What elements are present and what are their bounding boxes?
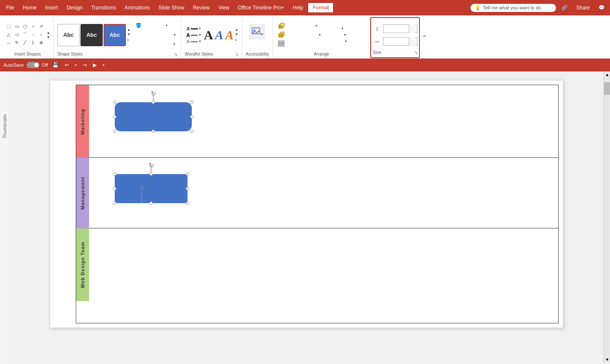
menu-insert[interactable]: Insert — [41, 3, 62, 12]
shape-rarrow-icon[interactable]: → — [30, 31, 36, 38]
shapes-scroll[interactable]: ▲ ▼ — [47, 31, 50, 39]
menu-design[interactable]: Design — [62, 3, 86, 12]
menu-format[interactable]: Format — [307, 2, 334, 13]
height-up[interactable]: ▲ — [409, 24, 415, 29]
handle-tr-1[interactable] — [190, 101, 193, 104]
handle-ml-2[interactable] — [113, 187, 116, 190]
text-fill-btn[interactable]: A ▾ — [184, 26, 202, 32]
wordart-scroll[interactable]: ▲ ▼ ≡ — [235, 28, 238, 42]
send-backward-btn[interactable]: Send Backward ▾ — [276, 31, 322, 39]
shape-circle-icon[interactable]: ○ — [30, 23, 36, 30]
shape-rounded-icon[interactable]: ▢ — [21, 23, 28, 30]
handle-bc-2[interactable] — [149, 201, 153, 205]
scrollbar-right[interactable]: ▲ ▼ — [604, 71, 610, 363]
wordart-sample-2[interactable]: A — [215, 28, 223, 42]
send-backward-arrow[interactable]: ▾ — [319, 33, 321, 37]
handle-br-2[interactable] — [186, 201, 189, 205]
slide-area[interactable]: Marketing ↻ — [9, 71, 604, 363]
shape-styles-expand[interactable]: ↘ — [174, 52, 177, 56]
menu-help[interactable]: Help — [289, 3, 308, 12]
scroll-up-btn[interactable]: ▲ — [604, 71, 610, 78]
menu-timeline[interactable]: Office Timeline Pro+ — [234, 3, 289, 12]
shape-arc-icon[interactable]: ⌓ — [5, 39, 12, 46]
connector-rotate-handle[interactable]: ↻ — [140, 184, 145, 192]
menu-review[interactable]: Review — [188, 3, 214, 12]
handle-ml-1[interactable] — [113, 115, 116, 118]
redo-btn[interactable]: ↪ — [81, 61, 89, 69]
menu-file[interactable]: File — [2, 3, 18, 12]
present-btn[interactable]: ▶ — [91, 61, 98, 69]
alt-text-btn[interactable]: alt Alt Text — [250, 24, 265, 46]
shape-freeform-icon[interactable]: ✎ — [13, 39, 20, 46]
shape-line-icon[interactable]: ╱ — [21, 39, 28, 46]
shape-curve-icon[interactable]: ⌒ — [21, 31, 28, 38]
height-spinner[interactable]: ▲ ▼ — [409, 24, 415, 33]
text-effects-btn[interactable]: A ▾ — [184, 38, 202, 44]
width-spinner[interactable]: ▲ ▼ — [409, 37, 415, 46]
undo-btn[interactable]: ↩ — [63, 61, 71, 69]
handle-br-1[interactable] — [190, 130, 193, 133]
width-down[interactable]: ▼ — [409, 41, 415, 46]
shape-rect-icon[interactable]: ▭ — [13, 23, 20, 30]
web-content[interactable] — [89, 228, 558, 301]
group-btn[interactable]: ⊞ Group ▾ — [324, 32, 366, 38]
shape-darrow-icon[interactable]: ↓ — [38, 31, 45, 38]
shape-outline-btn[interactable]: ▣ Shape Outline ▾ — [134, 31, 178, 39]
text-outline-btn[interactable]: A ▾ — [184, 32, 202, 38]
bring-forward-btn[interactable]: Bring Forward ▾ — [276, 22, 322, 30]
menu-animations[interactable]: Animations — [120, 3, 154, 12]
menu-view[interactable]: View — [214, 3, 234, 12]
shape-more-icon[interactable]: ⊕ — [38, 39, 45, 46]
handle-mr-2[interactable] — [186, 187, 189, 190]
handle-bl-2[interactable] — [113, 201, 116, 205]
handle-tc-2[interactable] — [149, 172, 153, 176]
share-button[interactable]: Share — [573, 3, 593, 12]
align-btn[interactable]: ⊟ Align ▾ — [324, 26, 366, 32]
tell-me-box[interactable]: 💡 Tell me what you want to do — [470, 4, 556, 12]
handle-bl-1[interactable] — [113, 130, 116, 133]
width-input[interactable]: 1.53" ▲ ▼ — [383, 37, 417, 46]
shape-brace-icon[interactable]: { — [30, 39, 36, 46]
handle-tc-1[interactable] — [152, 101, 155, 104]
handle-bc-1[interactable] — [152, 130, 155, 133]
scroll-down-btn[interactable]: ▼ — [604, 356, 610, 363]
shape2[interactable] — [115, 174, 187, 203]
management-content[interactable]: ↻ — [89, 158, 558, 231]
align-arrow[interactable]: ▾ — [342, 27, 343, 30]
wordart-expand[interactable]: ↘ — [235, 52, 238, 56]
shape-rtri-icon[interactable]: ◁ — [13, 31, 20, 38]
rotate-handle-2[interactable]: ↻ — [149, 161, 154, 169]
wordart-sample-1[interactable]: A — [204, 28, 213, 42]
rotate-handle-1[interactable]: ↻ — [151, 89, 156, 98]
width-up[interactable]: ▲ — [409, 37, 415, 41]
text-fill-arrow[interactable]: ▾ — [199, 27, 201, 30]
outline-dropdown-arrow[interactable]: ▾ — [174, 33, 176, 37]
autosave-toggle[interactable] — [27, 62, 39, 68]
selection-pane-btn[interactable]: Selection Pane — [276, 40, 322, 48]
group-arrow[interactable]: ▾ — [344, 33, 346, 37]
shape-effects-btn[interactable]: ✦ Shape Effects ▾ — [134, 40, 178, 49]
shape-fill-btn[interactable]: 🪣 Shape Fill ▾ — [134, 21, 178, 30]
fill-dropdown-arrow[interactable]: ▾ — [166, 24, 167, 27]
menu-home[interactable]: Home — [18, 3, 41, 12]
text-effects-arrow[interactable]: ▾ — [199, 39, 201, 43]
text-outline-arrow[interactable]: ▾ — [199, 33, 201, 37]
comment-icon[interactable]: 💬 — [595, 3, 608, 12]
handle-tr-2[interactable] — [186, 172, 189, 176]
ribbon-collapse[interactable]: ⌃ — [420, 17, 429, 58]
save-btn[interactable]: 💾 — [51, 61, 60, 69]
menu-transitions[interactable]: Transitions — [87, 3, 120, 12]
shape1[interactable] — [115, 102, 192, 131]
height-down[interactable]: ▼ — [409, 29, 415, 33]
styles-scroll[interactable]: ▲ ▼ ≡ — [127, 28, 131, 42]
handle-tl-1[interactable] — [113, 101, 116, 104]
handle-tl-2[interactable] — [113, 172, 116, 176]
style-sample-2[interactable]: Abc — [80, 24, 103, 46]
menu-slideshow[interactable]: Slide Show — [154, 3, 188, 12]
bring-forward-arrow[interactable]: ▾ — [315, 24, 317, 28]
thumbnails-panel[interactable]: Thumbnails — [0, 71, 9, 363]
shape-select-icon[interactable]: ⬚ — [5, 23, 12, 30]
handle-mr-1[interactable] — [190, 115, 193, 118]
rotate-btn[interactable]: ↻ Rotate ▾ — [324, 38, 366, 44]
scroll-thumb[interactable] — [604, 82, 610, 95]
